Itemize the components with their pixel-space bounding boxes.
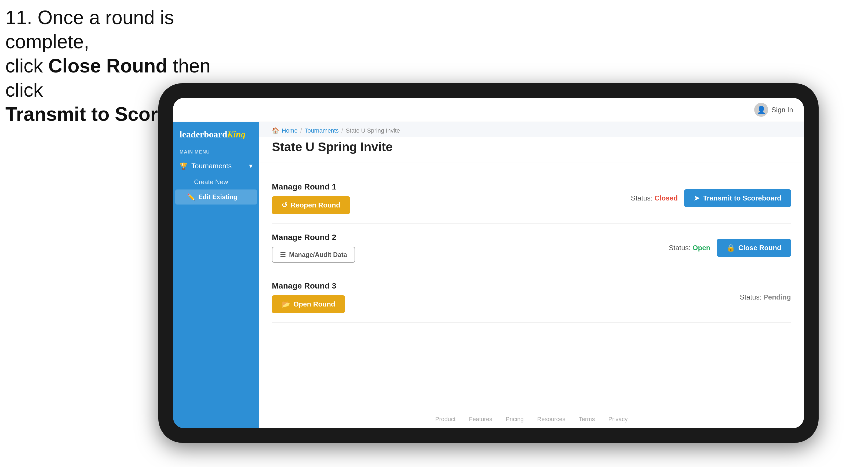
footer-terms[interactable]: Terms [579,416,595,423]
round-3-title: Manage Round 3 [272,281,345,290]
round-2-left: Manage Round 2 ☰ Manage/Audit Data [272,233,355,263]
instruction-line2: click [5,55,48,76]
round-2-title: Manage Round 2 [272,233,355,242]
sign-in-label[interactable]: Sign In [771,106,793,114]
round-2-status: Status: Open [669,244,710,252]
edit-icon: ✏️ [187,193,195,201]
instruction-line1: 11. Once a round is complete, [5,7,174,52]
manage-audit-label: Manage/Audit Data [289,251,347,258]
footer: Product Features Pricing Resources Terms… [259,410,804,428]
close-round-button[interactable]: 🔒 Close Round [717,239,791,257]
rounds-container: Manage Round 1 ↺ Reopen Round Status: Cl… [259,162,804,410]
open-round-label: Open Round [293,300,335,308]
avatar-icon: 👤 [754,103,768,117]
round-1-title: Manage Round 1 [272,182,350,191]
breadcrumb-home-link[interactable]: Home [282,127,298,134]
open-round-button[interactable]: 📂 Open Round [272,295,345,313]
footer-privacy[interactable]: Privacy [608,416,627,423]
round-1-section: Manage Round 1 ↺ Reopen Round Status: Cl… [272,173,791,224]
manage-audit-button[interactable]: ☰ Manage/Audit Data [272,247,355,263]
breadcrumb: 🏠 Home / Tournaments / State U Spring In… [259,122,804,137]
round-2-status-value: Open [692,244,710,252]
page-header: State U Spring Invite [259,137,804,162]
logo-area: leaderboardKing [173,122,259,145]
footer-product[interactable]: Product [435,416,456,423]
instruction-bold1: Close Round [48,55,167,76]
logo-leaderboard: leaderboard [180,129,227,139]
main-menu-label: MAIN MENU [173,145,259,158]
round-3-section: Manage Round 3 📂 Open Round Status: Pend… [272,272,791,322]
lock-icon: 🔒 [726,244,735,252]
breadcrumb-current: State U Spring Invite [346,127,400,134]
close-round-label: Close Round [738,244,781,252]
content-area: 🏠 Home / Tournaments / State U Spring In… [259,122,804,428]
page-title: State U Spring Invite [272,139,791,154]
reopen-icon: ↺ [282,201,287,209]
audit-icon: ☰ [280,251,286,258]
footer-resources[interactable]: Resources [537,416,565,423]
nav-tournaments[interactable]: 🏆 Tournaments ▾ [173,158,259,175]
logo-text: leaderboardKing [180,130,253,139]
top-bar: 👤 Sign In [173,98,804,122]
round-3-left: Manage Round 3 📂 Open Round [272,281,345,313]
sub-nav-edit-existing[interactable]: ✏️ Edit Existing [175,189,257,205]
reopen-round-label: Reopen Round [291,201,340,209]
logo-king: King [227,129,246,139]
round-1-status-value: Closed [654,194,678,202]
breadcrumb-sep1: / [300,127,302,134]
trophy-icon: 🏆 [180,162,188,170]
footer-pricing[interactable]: Pricing [506,416,524,423]
chevron-down-icon: ▾ [249,162,253,170]
round-3-status-value: Pending [763,293,791,301]
edit-existing-label: Edit Existing [198,193,237,201]
round-3-status: Status: Pending [740,293,791,302]
tablet-screen: 👤 Sign In leaderboardKing MAIN MENU 🏆 To… [173,98,804,428]
breadcrumb-tournaments-link[interactable]: Tournaments [305,127,339,134]
round-1-right: Status: Closed ➤ Transmit to Scoreboard [631,189,791,207]
round-2-section: Manage Round 2 ☰ Manage/Audit Data Statu… [272,224,791,272]
footer-features[interactable]: Features [469,416,492,423]
breadcrumb-sep2: / [341,127,343,134]
sign-in-area[interactable]: 👤 Sign In [754,103,793,117]
round-1-status: Status: Closed [631,194,678,203]
round-1-left: Manage Round 1 ↺ Reopen Round [272,182,350,214]
tablet-frame: 👤 Sign In leaderboardKing MAIN MENU 🏆 To… [158,83,818,443]
transmit-icon: ➤ [694,194,700,203]
transmit-scoreboard-label: Transmit to Scoreboard [703,194,781,203]
sub-nav-create-new[interactable]: + Create New [173,175,259,189]
main-layout: leaderboardKing MAIN MENU 🏆 Tournaments … [173,122,804,428]
reopen-round-button[interactable]: ↺ Reopen Round [272,196,350,214]
sidebar: leaderboardKing MAIN MENU 🏆 Tournaments … [173,122,259,428]
nav-tournaments-label: Tournaments [191,162,231,170]
transmit-scoreboard-button[interactable]: ➤ Transmit to Scoreboard [684,189,791,207]
create-new-label: Create New [194,178,228,186]
breadcrumb-home: 🏠 [272,127,279,134]
nav-tournaments-left: 🏆 Tournaments [180,162,231,170]
open-icon: 📂 [282,300,290,308]
round-2-right: Status: Open 🔒 Close Round [669,239,791,257]
plus-icon: + [187,178,191,186]
round-3-right: Status: Pending [740,293,791,302]
